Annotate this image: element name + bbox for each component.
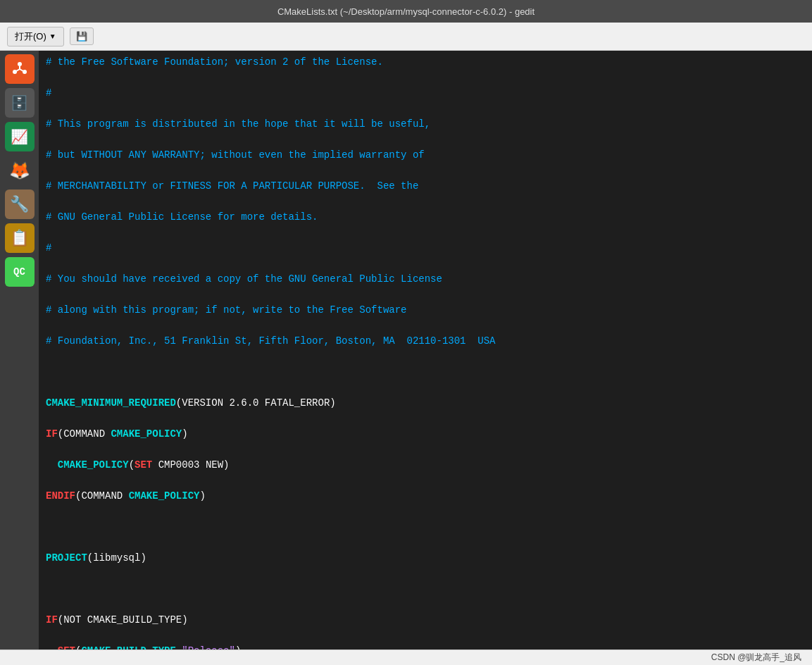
files-launcher-icon[interactable]: 🗄️ [5,88,35,118]
window-title: CMakeLists.txt (~/Desktop/arm/mysql-conn… [7,6,805,17]
toolbar: 打开(O) ▼ 💾 [0,23,812,51]
main-layout: 🗄️ 📈 🦊 🔧 📋 QC # the Free Software Founda… [0,51,812,650]
firefox-launcher-icon[interactable]: 🦊 [5,156,35,185]
settings-launcher-icon[interactable]: 🔧 [5,189,35,219]
monitor-launcher-icon[interactable]: 📈 [5,122,35,151]
save-button[interactable]: 💾 [70,27,94,45]
title-bar: CMakeLists.txt (~/Desktop/arm/mysql-conn… [0,0,812,23]
qt-launcher-icon[interactable]: QC [5,257,35,287]
open-label: 打开(O) [15,30,46,43]
notepad-launcher-icon[interactable]: 📋 [5,223,35,253]
save-icon: 💾 [76,31,87,42]
watermark-text: CSDN @驯龙高手_追风 [711,652,801,664]
editor-area[interactable]: # the Free Software Foundation; version … [39,51,812,650]
open-button[interactable]: 打开(O) ▼ [7,27,64,46]
status-bar: CSDN @驯龙高手_追风 [0,650,812,665]
open-dropdown-icon[interactable]: ▼ [49,32,56,40]
svg-point-1 [18,62,22,66]
code-content: # the Free Software Foundation; version … [39,51,812,650]
ubuntu-launcher-icon[interactable] [5,54,35,84]
ubuntu-svg [10,59,30,79]
sidebar: 🗄️ 📈 🦊 🔧 📋 QC [0,51,39,650]
